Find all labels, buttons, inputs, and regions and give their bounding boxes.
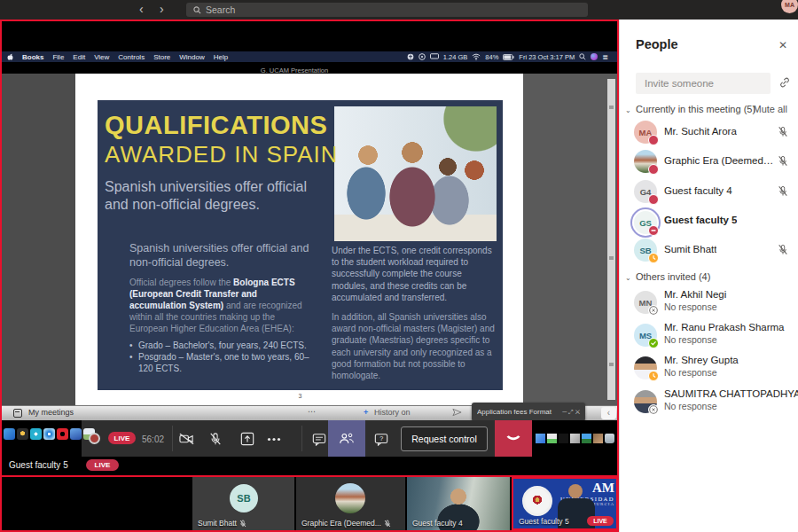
request-control-button[interactable]: Request control xyxy=(401,426,488,451)
back-icon[interactable]: ‹ xyxy=(139,2,144,16)
window-scrollbar[interactable] xyxy=(607,79,615,400)
participant-name: Sumit Bhatt xyxy=(664,244,716,254)
taskbar-app-icon[interactable] xyxy=(593,434,603,443)
taskbar-app-icon[interactable] xyxy=(536,434,545,443)
live-badge: LIVE xyxy=(108,432,136,444)
invited-row[interactable]: Mr. Shrey Gupta No response xyxy=(620,354,798,384)
menu-item-edit[interactable]: Edit xyxy=(73,53,85,61)
slide-page-number: 3 xyxy=(98,393,503,399)
invite-placeholder: Invite someone xyxy=(645,78,714,89)
participant-row[interactable]: G4 Guest faculty 4 xyxy=(620,178,798,205)
presentation-window: QUALIFICATIONS AWARDED IN SPAIN Spanish … xyxy=(75,74,523,405)
history-plus-icon[interactable]: + xyxy=(364,408,368,417)
my-meetings-tab[interactable]: My meetings xyxy=(28,408,74,417)
bullet-posgrado: Posgrado – Master's, one to two years, 6… xyxy=(129,351,310,374)
presence-busy-icon xyxy=(648,194,659,205)
tile-label: Graphic Era (Deemed... xyxy=(301,519,381,528)
disk-status-icon[interactable] xyxy=(419,53,426,60)
menu-item-help[interactable]: Help xyxy=(214,53,228,61)
recycle-bin-icon[interactable] xyxy=(605,434,614,443)
more-options-button[interactable] xyxy=(265,430,283,448)
dock-app-icon[interactable] xyxy=(17,428,28,440)
video-tile-guest4[interactable]: Guest faculty 4 xyxy=(407,477,510,530)
invited-status: No response xyxy=(664,301,717,312)
dock-app-icon[interactable] xyxy=(30,428,42,440)
video-tile-guest5-live[interactable]: AM UNIVERSIDAD MURCIA Guest faculty 5 LI… xyxy=(512,477,618,530)
qna-button[interactable]: ? xyxy=(372,430,390,448)
invited-row[interactable]: MN Mr. Akhil Negi No response xyxy=(620,288,798,318)
section-in-meeting[interactable]: Currently in this meeting (5) xyxy=(636,104,755,114)
taskbar-app-icon[interactable] xyxy=(570,434,580,443)
menubar-datetime[interactable]: Fri 23 Oct 3:17 PM xyxy=(519,53,575,61)
mic-off-icon xyxy=(384,520,391,528)
mic-off-icon[interactable] xyxy=(778,155,788,167)
presence-offline-icon xyxy=(648,305,659,316)
mute-all-button[interactable]: Mute all xyxy=(753,104,787,114)
memory-usage: 1.24 GB xyxy=(443,53,468,61)
participant-row-self[interactable]: GS Guest faculty 5 xyxy=(620,207,798,234)
mic-off-icon[interactable] xyxy=(778,244,788,255)
menu-item-store[interactable]: Store xyxy=(153,53,170,61)
menu-item-view[interactable]: View xyxy=(94,53,109,61)
menu-item-file[interactable]: File xyxy=(52,53,64,61)
invited-row[interactable]: SAUMITRA CHATTOPADHYAY No response xyxy=(620,387,798,418)
calendar-icon xyxy=(13,409,22,418)
copy-link-icon[interactable] xyxy=(778,76,791,89)
presence-dnd-icon xyxy=(648,225,659,236)
video-tile-graphic-era[interactable]: Graphic Era (Deemed... xyxy=(296,477,405,530)
camera-off-button[interactable] xyxy=(177,430,195,448)
dock-app-icon[interactable] xyxy=(57,428,68,440)
search-input[interactable]: Search xyxy=(186,3,588,17)
recording-indicator-icon xyxy=(89,433,100,444)
close-icon[interactable]: ✕ xyxy=(778,39,787,51)
history-tab[interactable]: History on xyxy=(374,408,411,417)
share-screen-button[interactable] xyxy=(239,430,256,448)
taskbar-app-icon[interactable] xyxy=(582,434,591,443)
presence-busy-icon xyxy=(648,135,659,145)
menu-item-window[interactable]: Window xyxy=(179,53,204,61)
send-arrow-icon[interactable] xyxy=(452,408,462,417)
control-center-icon[interactable]: ≣ xyxy=(602,53,608,61)
mic-off-button[interactable] xyxy=(207,430,224,448)
invited-name: Mr. Shrey Gupta xyxy=(664,355,739,365)
menu-item-books[interactable]: Books xyxy=(22,53,43,61)
collapse-chip[interactable]: ‹ xyxy=(601,407,616,419)
chat-button[interactable] xyxy=(310,430,328,448)
chevron-down-icon[interactable]: ⌄ xyxy=(625,274,631,282)
participant-row[interactable]: MA Mr. Suchit Arora xyxy=(620,119,798,145)
invited-name: Mr. Ranu Prakash Sharma xyxy=(664,322,785,332)
invited-status: No response xyxy=(664,367,717,378)
display-icon[interactable] xyxy=(430,53,439,60)
spotlight-icon[interactable] xyxy=(579,53,586,60)
profile-avatar[interactable]: MA xyxy=(781,0,798,13)
people-button-active[interactable] xyxy=(328,420,365,457)
tile-label: Guest faculty 5 xyxy=(519,517,569,526)
menu-item-controls[interactable]: Controls xyxy=(118,53,145,61)
dock-app-icon[interactable] xyxy=(43,428,55,440)
slide-canvas: QUALIFICATIONS AWARDED IN SPAIN Spanish … xyxy=(98,100,503,390)
section-others-invited[interactable]: Others invited (4) xyxy=(636,271,710,282)
forward-icon[interactable]: › xyxy=(160,2,164,16)
float-window-controls[interactable]: ─ ⤢ ✕ xyxy=(562,409,580,416)
mic-off-icon[interactable] xyxy=(778,126,788,137)
mic-off-icon[interactable] xyxy=(778,185,788,197)
taskbar-app-icon[interactable] xyxy=(547,434,557,443)
wifi-icon[interactable] xyxy=(472,53,481,60)
invited-row[interactable]: MS Mr. Ranu Prakash Sharma No response xyxy=(620,321,798,351)
participant-row[interactable]: GE Graphic Era (Deemed to be ... xyxy=(620,148,798,175)
apple-logo-icon[interactable] xyxy=(7,53,13,60)
shield-status-icon[interactable] xyxy=(407,53,414,60)
invite-someone-input[interactable]: Invite someone xyxy=(636,73,771,94)
dock-app-icon[interactable] xyxy=(4,428,15,440)
hang-up-button[interactable] xyxy=(495,420,532,457)
chevron-down-icon[interactable]: ⌄ xyxy=(625,106,631,114)
siri-icon[interactable] xyxy=(591,53,598,60)
strip-overflow-dots[interactable]: ⋯ xyxy=(308,407,316,416)
dock-app-icon[interactable] xyxy=(70,428,82,440)
participant-row[interactable]: SB Sumit Bhatt xyxy=(620,237,798,263)
presence-offline-icon xyxy=(648,404,659,415)
application-fees-window[interactable]: Application fees Format ─ ⤢ ✕ xyxy=(472,403,585,421)
svg-text:?: ? xyxy=(379,435,383,442)
video-tile-sumit[interactable]: SB Sumit Bhatt xyxy=(192,477,294,530)
taskbar-app-icon[interactable] xyxy=(559,434,568,443)
